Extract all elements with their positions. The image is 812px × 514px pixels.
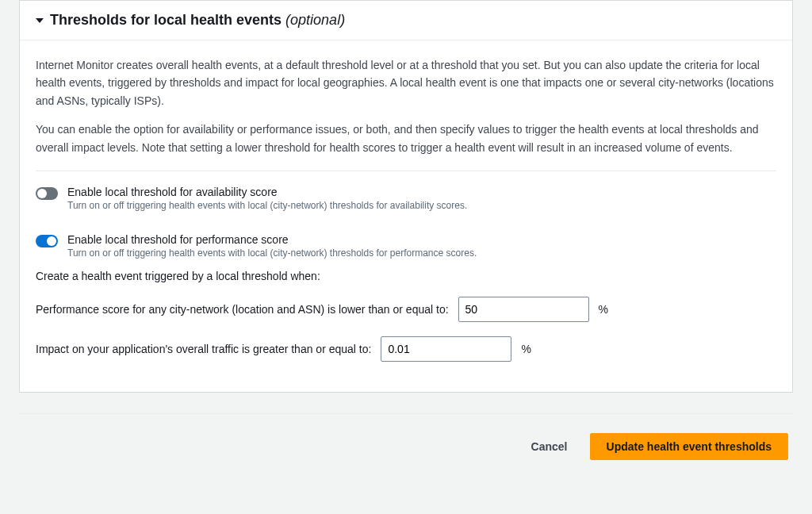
performance-toggle-content: Enable local threshold for performance s… — [67, 233, 776, 259]
availability-toggle-label: Enable local threshold for availability … — [67, 186, 776, 198]
caret-down-icon — [36, 18, 44, 23]
panel-body: Internet Monitor creates overall health … — [20, 40, 792, 392]
panel-description-1: Internet Monitor creates overall health … — [36, 56, 776, 109]
cancel-button[interactable]: Cancel — [523, 435, 576, 458]
divider — [36, 171, 776, 171]
availability-toggle[interactable] — [36, 187, 58, 200]
panel-title: Thresholds for local health events (opti… — [50, 12, 345, 29]
toggle-knob — [47, 236, 56, 246]
traffic-impact-unit: % — [521, 343, 530, 355]
traffic-impact-label: Impact on your application's overall tra… — [36, 343, 371, 355]
panel-header[interactable]: Thresholds for local health events (opti… — [20, 1, 792, 40]
performance-toggle-hint: Turn on or off triggering health events … — [67, 247, 776, 259]
form-subheading: Create a health event triggered by a loc… — [36, 270, 776, 282]
traffic-impact-input[interactable] — [381, 336, 511, 362]
performance-score-row: Performance score for any city-network (… — [36, 297, 776, 322]
performance-score-input[interactable] — [458, 297, 589, 322]
thresholds-panel: Thresholds for local health events (opti… — [19, 0, 793, 393]
panel-title-text: Thresholds for local health events — [50, 12, 285, 28]
performance-score-label: Performance score for any city-network (… — [36, 303, 449, 316]
panel-description-2: You can enable the option for availabili… — [36, 121, 776, 156]
performance-toggle[interactable] — [36, 235, 58, 247]
footer-actions: Cancel Update health event thresholds — [0, 414, 812, 479]
performance-score-unit: % — [599, 303, 608, 316]
performance-toggle-label: Enable local threshold for performance s… — [67, 233, 776, 246]
toggle-knob — [37, 189, 47, 198]
availability-toggle-hint: Turn on or off triggering health events … — [67, 200, 776, 211]
update-thresholds-button[interactable]: Update health event thresholds — [590, 433, 788, 460]
traffic-impact-row: Impact on your application's overall tra… — [36, 336, 776, 362]
performance-toggle-row: Enable local threshold for performance s… — [36, 233, 776, 259]
availability-toggle-content: Enable local threshold for availability … — [67, 186, 776, 211]
panel-title-optional: (optional) — [285, 12, 345, 28]
availability-toggle-row: Enable local threshold for availability … — [36, 186, 776, 211]
